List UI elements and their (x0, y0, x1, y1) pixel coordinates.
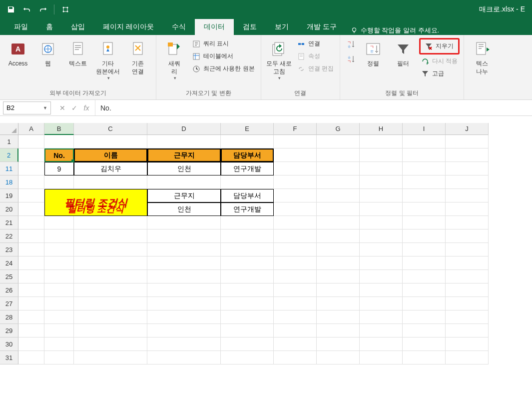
cell[interactable] (147, 230, 221, 243)
cell[interactable] (44, 270, 74, 284)
col-header-H[interactable]: H (360, 123, 403, 135)
sort-button[interactable]: ㄱㅎ 정렬 (359, 38, 387, 70)
col-header-F[interactable]: F (274, 123, 317, 135)
cell[interactable] (18, 176, 44, 189)
col-header-G[interactable]: G (317, 123, 360, 135)
cell[interactable] (74, 256, 147, 270)
cell[interactable] (74, 338, 147, 351)
show-queries-button[interactable]: 쿼리 표시 (190, 38, 257, 50)
cell[interactable] (274, 216, 317, 230)
cell[interactable] (18, 243, 44, 256)
row-header-18[interactable]: 18 (0, 176, 18, 189)
cell[interactable] (317, 230, 360, 243)
advanced-filter-button[interactable]: 고급 (419, 68, 460, 80)
cell[interactable] (317, 243, 360, 256)
row-header-19[interactable]: 19 (0, 189, 18, 202)
row-header-30[interactable]: 30 (0, 338, 18, 351)
cell[interactable] (274, 270, 317, 284)
row-header-2[interactable]: 2 (0, 148, 18, 162)
cell[interactable] (317, 256, 360, 270)
from-table-button[interactable]: 테이블에서 (190, 50, 257, 62)
col-header-A[interactable]: A (18, 123, 44, 135)
cell[interactable] (446, 270, 489, 284)
cell[interactable] (446, 135, 489, 148)
cell[interactable] (18, 256, 44, 270)
cell[interactable] (446, 324, 489, 338)
cell[interactable] (221, 297, 274, 310)
cell[interactable] (446, 162, 489, 176)
cell-D19[interactable]: 근무지 (147, 189, 221, 202)
cell[interactable] (403, 351, 446, 364)
cell[interactable] (221, 135, 274, 148)
cell[interactable] (317, 297, 360, 310)
cell[interactable] (274, 310, 317, 324)
cell[interactable] (221, 216, 274, 230)
row-header-11[interactable]: 11 (0, 162, 18, 176)
cell[interactable] (403, 256, 446, 270)
existing-connections-button[interactable]: 기존 연결 (124, 38, 152, 78)
cell[interactable] (221, 351, 274, 364)
cell[interactable] (446, 243, 489, 256)
cell[interactable] (18, 284, 44, 297)
cell[interactable] (403, 284, 446, 297)
col-header-I[interactable]: I (403, 123, 446, 135)
cell[interactable] (44, 324, 74, 338)
cell[interactable] (74, 135, 147, 148)
cell-D2[interactable]: 근무지 (147, 148, 221, 162)
cell[interactable] (403, 324, 446, 338)
cell[interactable] (147, 297, 221, 310)
save-button[interactable] (4, 2, 18, 16)
cell[interactable] (317, 338, 360, 351)
clear-filter-button[interactable]: 지우기 (423, 40, 456, 52)
col-header-E[interactable]: E (221, 123, 274, 135)
cell[interactable] (221, 284, 274, 297)
cell[interactable] (360, 297, 403, 310)
cell[interactable] (221, 256, 274, 270)
cell[interactable] (403, 135, 446, 148)
cell[interactable] (18, 216, 44, 230)
connections-button[interactable]: 연결 (295, 38, 336, 50)
cell[interactable] (446, 216, 489, 230)
cell[interactable] (18, 189, 44, 202)
cell[interactable] (274, 324, 317, 338)
tab-insert[interactable]: 삽입 (62, 19, 94, 35)
cell[interactable] (317, 148, 360, 162)
cell[interactable] (360, 230, 403, 243)
formula-input[interactable]: No. (95, 104, 532, 112)
cell[interactable] (74, 230, 147, 243)
cell[interactable] (403, 338, 446, 351)
row-header-1[interactable]: 1 (0, 135, 18, 148)
cell-E19[interactable]: 담당부서 (221, 189, 274, 202)
cell[interactable] (446, 338, 489, 351)
cell-D11[interactable]: 인천 (147, 162, 221, 176)
cell[interactable] (74, 176, 147, 189)
cell[interactable] (317, 284, 360, 297)
tab-review[interactable]: 검토 (234, 19, 266, 35)
cell[interactable] (44, 284, 74, 297)
col-header-D[interactable]: D (147, 123, 221, 135)
refresh-all-button[interactable]: 모두 새로 고침 (265, 38, 293, 82)
cells-area[interactable]: No. 이름 근무지 담당부서 9 김치우 인천 연구개발 (18, 135, 489, 364)
cell[interactable] (274, 338, 317, 351)
cell[interactable] (44, 297, 74, 310)
cell[interactable] (403, 202, 446, 216)
cell[interactable] (360, 162, 403, 176)
cell[interactable] (274, 230, 317, 243)
tab-data[interactable]: 데이터 (195, 19, 234, 35)
cell[interactable] (446, 176, 489, 189)
cell[interactable] (274, 162, 317, 176)
cell[interactable] (221, 243, 274, 256)
cell[interactable] (147, 310, 221, 324)
cell[interactable] (274, 256, 317, 270)
new-query-button[interactable]: 새쿼 리 (160, 38, 188, 82)
row-header-25[interactable]: 25 (0, 270, 18, 284)
cell[interactable] (317, 135, 360, 148)
sort-desc-button[interactable]: ㅎㄱ (344, 53, 357, 66)
cell[interactable] (446, 148, 489, 162)
cell[interactable] (274, 202, 317, 216)
row-header-24[interactable]: 24 (0, 256, 18, 270)
cell[interactable] (360, 189, 403, 202)
cell[interactable] (18, 230, 44, 243)
redo-button[interactable] (36, 2, 50, 16)
cell[interactable] (360, 338, 403, 351)
